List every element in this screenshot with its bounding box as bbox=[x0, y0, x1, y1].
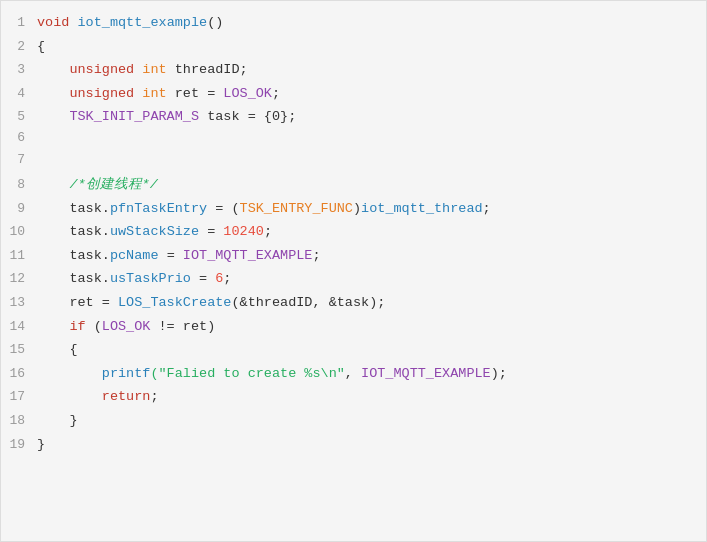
line-content: unsigned int threadID; bbox=[37, 59, 706, 81]
line-number: 12 bbox=[1, 271, 37, 286]
fn-token: iot_mqtt_example bbox=[78, 15, 208, 30]
plain-token: task = {0}; bbox=[199, 109, 296, 124]
plain-token: ; bbox=[312, 248, 320, 263]
line-content: void iot_mqtt_example() bbox=[37, 12, 706, 34]
code-line: 9 task.pfnTaskEntry = (TSK_ENTRY_FUNC)io… bbox=[1, 197, 706, 221]
code-line: 5 TSK_INIT_PARAM_S task = {0}; bbox=[1, 105, 706, 129]
plain-token: ; bbox=[223, 271, 231, 286]
fn-token: printf bbox=[102, 366, 151, 381]
plain-token: = bbox=[199, 224, 223, 239]
line-number: 13 bbox=[1, 295, 37, 310]
code-line: 17 return; bbox=[1, 385, 706, 409]
line-number: 10 bbox=[1, 224, 37, 239]
line-content: task.uwStackSize = 10240; bbox=[37, 221, 706, 243]
plain-token: task. bbox=[37, 248, 110, 263]
plain-token: ; bbox=[264, 224, 272, 239]
line-content: { bbox=[37, 36, 706, 58]
plain-token: { bbox=[37, 342, 78, 357]
code-line: 13 ret = LOS_TaskCreate(&threadID, &task… bbox=[1, 291, 706, 315]
line-content: printf("Falied to create %s\n", IOT_MQTT… bbox=[37, 363, 706, 385]
macro-token: LOS_OK bbox=[102, 319, 151, 334]
macro-token: IOT_MQTT_EXAMPLE bbox=[183, 248, 313, 263]
plain-token: ; bbox=[150, 389, 158, 404]
line-number: 11 bbox=[1, 248, 37, 263]
num-token: 10240 bbox=[223, 224, 264, 239]
line-number: 1 bbox=[1, 15, 37, 30]
cast-token: TSK_ENTRY_FUNC bbox=[240, 201, 353, 216]
macro-token: LOS_OK bbox=[223, 86, 272, 101]
fn-token: uwStackSize bbox=[110, 224, 199, 239]
code-line: 10 task.uwStackSize = 10240; bbox=[1, 220, 706, 244]
plain-token: != ret) bbox=[150, 319, 215, 334]
line-content: /*创建线程*/ bbox=[37, 174, 706, 196]
plain-token: ret = bbox=[37, 295, 118, 310]
plain-token: task. bbox=[37, 271, 110, 286]
fn-token: pcName bbox=[110, 248, 159, 263]
plain-token: task. bbox=[37, 224, 110, 239]
line-content: task.usTaskPrio = 6; bbox=[37, 268, 706, 290]
code-line: 15 { bbox=[1, 338, 706, 362]
line-content: return; bbox=[37, 386, 706, 408]
line-number: 16 bbox=[1, 366, 37, 381]
code-line: 18 } bbox=[1, 409, 706, 433]
macro-token: TSK_INIT_PARAM_S bbox=[69, 109, 199, 124]
type-token: int bbox=[142, 62, 174, 77]
plain-token bbox=[37, 109, 69, 124]
line-content: TSK_INIT_PARAM_S task = {0}; bbox=[37, 106, 706, 128]
plain-token bbox=[37, 319, 69, 334]
plain-token: } bbox=[37, 437, 45, 452]
line-number: 2 bbox=[1, 39, 37, 54]
line-number: 6 bbox=[1, 130, 37, 145]
line-number: 4 bbox=[1, 86, 37, 101]
code-line: 19} bbox=[1, 433, 706, 457]
plain-token: ) bbox=[353, 201, 361, 216]
plain-token: ret = bbox=[175, 86, 224, 101]
kw-token: if bbox=[69, 319, 85, 334]
line-number: 14 bbox=[1, 319, 37, 334]
plain-token bbox=[37, 366, 102, 381]
fn-token: usTaskPrio bbox=[110, 271, 191, 286]
code-line: 3 unsigned int threadID; bbox=[1, 58, 706, 82]
code-line: 14 if (LOS_OK != ret) bbox=[1, 315, 706, 339]
line-number: 18 bbox=[1, 413, 37, 428]
line-content: } bbox=[37, 410, 706, 432]
kw-token: unsigned bbox=[69, 62, 142, 77]
code-line: 8 /*创建线程*/ bbox=[1, 173, 706, 197]
plain-token bbox=[37, 62, 69, 77]
comment-token: /*创建线程*/ bbox=[69, 177, 157, 192]
plain-token: ( bbox=[86, 319, 102, 334]
plain-token: , bbox=[345, 366, 361, 381]
plain-token: () bbox=[207, 15, 223, 30]
plain-token bbox=[37, 177, 69, 192]
kw-token: unsigned bbox=[69, 86, 142, 101]
code-line: 11 task.pcName = IOT_MQTT_EXAMPLE; bbox=[1, 244, 706, 268]
plain-token: threadID; bbox=[175, 62, 248, 77]
line-content: ret = LOS_TaskCreate(&threadID, &task); bbox=[37, 292, 706, 314]
plain-token bbox=[37, 86, 69, 101]
code-line: 16 printf("Falied to create %s\n", IOT_M… bbox=[1, 362, 706, 386]
plain-token: = bbox=[159, 248, 183, 263]
str-token: ("Falied to create %s\n" bbox=[150, 366, 344, 381]
plain-token: ; bbox=[483, 201, 491, 216]
code-line: 6 bbox=[1, 129, 706, 151]
code-line: 12 task.usTaskPrio = 6; bbox=[1, 267, 706, 291]
line-number: 8 bbox=[1, 177, 37, 192]
fn-token: LOS_TaskCreate bbox=[118, 295, 231, 310]
code-line: 1void iot_mqtt_example() bbox=[1, 11, 706, 35]
line-content: task.pcName = IOT_MQTT_EXAMPLE; bbox=[37, 245, 706, 267]
plain-token: } bbox=[37, 413, 78, 428]
line-number: 7 bbox=[1, 152, 37, 167]
kw-token: void bbox=[37, 15, 78, 30]
plain-token: = bbox=[191, 271, 215, 286]
kw-token: return bbox=[102, 389, 151, 404]
line-number: 3 bbox=[1, 62, 37, 77]
line-content: } bbox=[37, 434, 706, 456]
line-number: 15 bbox=[1, 342, 37, 357]
line-number: 5 bbox=[1, 109, 37, 124]
line-content: { bbox=[37, 339, 706, 361]
plain-token bbox=[37, 389, 102, 404]
plain-token: (&threadID, &task); bbox=[231, 295, 385, 310]
fn-token: pfnTaskEntry bbox=[110, 201, 207, 216]
line-content: if (LOS_OK != ret) bbox=[37, 316, 706, 338]
line-content: unsigned int ret = LOS_OK; bbox=[37, 83, 706, 105]
